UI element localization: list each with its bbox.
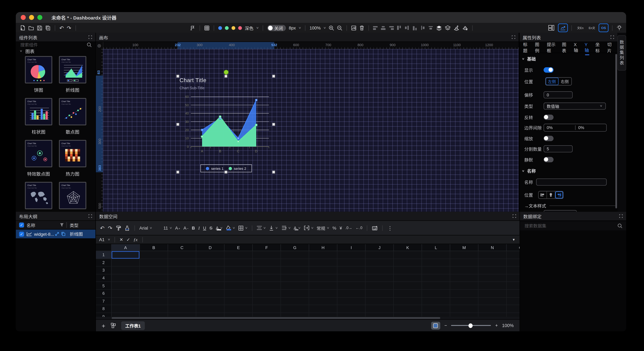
column-header-A[interactable]: A [112,244,140,251]
cell-N5[interactable] [478,282,506,290]
export-image-icon[interactable] [351,25,356,31]
chevron-down-icon[interactable]: ∨ [232,226,235,230]
cell-D4[interactable] [196,274,224,282]
bring-to-front-icon[interactable] [436,25,442,31]
cell-E6[interactable] [224,290,253,297]
outline-widget-row[interactable]: ✓ widget-8... 折线图 [16,230,96,238]
vertical-align-icon[interactable] [269,225,274,231]
chart-widget[interactable]: Chart Title Chart Sub-Title 010203040506… [178,76,274,172]
boundary-gap-input-2[interactable]: 0% [575,125,606,130]
font-family-select[interactable]: Arial [139,225,148,230]
redo-icon[interactable]: ↷ [108,225,112,231]
row-header-6[interactable]: 6 [96,290,112,297]
cell-D8[interactable] [196,305,224,313]
os-theme-button[interactable]: OS [599,24,608,32]
cell-F2[interactable] [253,259,281,267]
cell-F6[interactable] [253,290,281,297]
cell-A9[interactable] [112,313,140,317]
text-rotate-icon[interactable]: A [294,225,296,230]
clipped-input[interactable] [544,210,576,212]
component-card-heatmap[interactable]: Chart TitleChart Sub-Title热力图 [59,140,86,177]
cell-G2[interactable] [281,259,309,267]
resize-handle-s[interactable] [224,171,227,173]
cell-B2[interactable] [140,259,168,267]
column-header-C[interactable]: C [168,244,196,251]
chart-designer-view-button[interactable] [558,24,567,32]
axis-type-select[interactable]: 数值轴∨ [544,102,606,109]
cell-N4[interactable] [478,274,506,282]
cell-M2[interactable] [450,259,478,267]
cell-N2[interactable] [478,259,506,267]
property-tab-Y轴[interactable]: Y轴 [584,40,590,55]
cell-D1[interactable] [196,251,224,259]
cell-O6[interactable] [506,290,520,297]
row-header-8[interactable]: 8 [96,305,112,313]
expand-panel-icon[interactable] [88,35,92,40]
formula-bar-expand-icon[interactable]: ▼ [512,238,516,241]
cell-J5[interactable] [366,282,394,290]
grid-size-value[interactable]: 8px [289,25,296,30]
cell-J9[interactable] [366,313,394,317]
cell-J1[interactable] [366,251,394,259]
cell-N7[interactable] [478,297,506,305]
cell-J7[interactable] [366,297,394,305]
cell-I1[interactable] [337,251,366,259]
cell-H1[interactable] [309,251,337,259]
column-header-L[interactable]: L [422,244,450,251]
cell-B9[interactable] [140,313,168,317]
cell-G1[interactable] [281,251,309,259]
chevron-down-icon[interactable]: ∨ [263,226,266,230]
translate-en-zh-button[interactable]: En文 [588,24,596,32]
cell-F4[interactable] [253,274,281,282]
select-all-checkbox[interactable]: ✓ [19,223,24,227]
chevron-down-icon[interactable]: ∨ [275,226,278,230]
cell-D6[interactable] [196,290,224,297]
cell-L5[interactable] [422,282,450,290]
redo-icon[interactable]: ↷ [67,25,71,31]
scrollbar-thumb[interactable] [112,317,440,319]
cell-E3[interactable] [224,267,253,274]
strikethrough-icon[interactable]: S [210,225,212,230]
cell-B1[interactable] [140,251,168,259]
cell-D9[interactable] [196,313,224,317]
cell-I7[interactable] [337,297,366,305]
cell-K8[interactable] [394,305,422,313]
cell-H4[interactable] [309,274,337,282]
resize-arrow-icon[interactable] [55,232,60,236]
resize-handle-sw[interactable] [176,171,179,173]
cell-I6[interactable] [337,290,366,297]
chevron-down-icon[interactable]: ∨ [220,226,223,230]
zoom-slider[interactable] [451,325,491,326]
column-header-F[interactable]: F [253,244,281,251]
canvas-grid[interactable]: Chart Title Chart Sub-Title 010203040506… [103,49,518,212]
name-position-end-button[interactable] [555,191,563,198]
cell-I2[interactable] [337,259,366,267]
bold-icon[interactable]: B [192,225,195,230]
cell-K4[interactable] [394,274,422,282]
grid-icon[interactable] [204,25,210,31]
cell-K5[interactable] [394,282,422,290]
name-input[interactable] [536,178,606,185]
cell-B4[interactable] [140,274,168,282]
lightbulb-icon[interactable] [616,25,622,31]
cell-G3[interactable] [281,267,309,274]
cell-I3[interactable] [337,267,366,274]
cell-F3[interactable] [253,267,281,274]
offset-input[interactable]: 0 [544,91,572,98]
cell-H5[interactable] [309,282,337,290]
cell-M8[interactable] [450,305,478,313]
percent-format-icon[interactable]: % [332,225,336,230]
cell-O5[interactable] [506,282,520,290]
data-validation-icon[interactable] [372,225,378,231]
column-header-N[interactable]: N [478,244,506,251]
row-header-9[interactable]: 9 [96,313,112,317]
cell-O3[interactable] [506,267,520,274]
increase-decimal-icon[interactable]: .0→ [345,226,352,230]
cell-B6[interactable] [140,290,168,297]
cell-L1[interactable] [422,251,450,259]
more-options-icon[interactable]: ⋮ [387,225,393,231]
cell-N9[interactable] [478,313,506,317]
cell-D7[interactable] [196,297,224,305]
chevron-down-icon[interactable]: ∨ [245,226,248,230]
align-center-h-icon[interactable] [381,26,386,30]
